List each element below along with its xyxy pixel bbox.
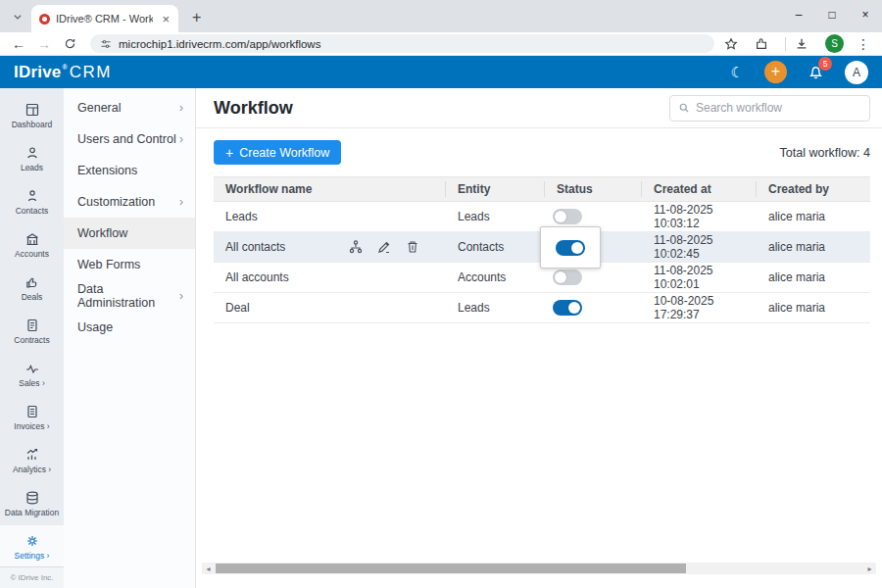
menu-item-label: Extensions (77, 164, 137, 177)
column-header-entity: Entity (446, 181, 545, 197)
sidebar-item-invoices[interactable]: Invoices › (0, 396, 64, 439)
copyright-text: © IDrive Inc. (0, 566, 64, 588)
plus-icon: + (225, 145, 233, 161)
chevron-right-icon: › (179, 132, 183, 146)
user-avatar[interactable]: A (845, 61, 868, 84)
browser-tab[interactable]: IDrive® CRM - Workflow × (31, 5, 178, 32)
menu-item-label: Users and Control (77, 132, 176, 146)
idrive-crm-logo: IDrive®CRM (14, 63, 112, 82)
sidebar-item-label: Settings › (15, 551, 50, 561)
navbar-right: S ⋮ (724, 34, 874, 53)
menu-item-usage[interactable]: Usage (64, 312, 195, 343)
sidebar-item-settings[interactable]: Settings › (0, 525, 64, 568)
settings-icon (24, 533, 40, 549)
cell-created-by: alice maria (757, 202, 870, 231)
edit-icon[interactable] (376, 239, 392, 255)
browser-menu-icon[interactable]: ⋮ (853, 36, 874, 52)
notifications-bell-icon[interactable]: 5 (808, 64, 824, 80)
search-box[interactable] (669, 95, 870, 122)
main-content: Workflow + Create Workflow Total workflo… (196, 88, 882, 588)
sales-icon (24, 361, 40, 376)
accounts-icon (24, 231, 40, 247)
sidebar-item-label: Contracts (14, 335, 49, 345)
create-workflow-label: Create Workflow (239, 146, 329, 160)
bookmark-star-icon[interactable] (724, 37, 746, 51)
extensions-icon[interactable] (755, 37, 776, 51)
minimize-button[interactable]: – (782, 0, 815, 29)
status-toggle[interactable] (556, 240, 585, 256)
toggle-highlight-box (540, 226, 601, 269)
menu-item-users-and-control[interactable]: Users and Control› (64, 123, 195, 155)
workflow-table: Workflow nameEntityStatusCreated atCreat… (214, 176, 870, 323)
site-info-icon[interactable] (100, 38, 112, 50)
scrollbar-thumb[interactable] (216, 564, 686, 573)
dark-mode-moon-icon[interactable]: ☾ (731, 64, 744, 81)
menu-item-workflow[interactable]: Workflow (64, 218, 195, 249)
status-toggle[interactable] (553, 209, 582, 224)
quick-create-button[interactable]: + (764, 61, 787, 83)
sidebar-item-label: Invoices › (14, 421, 49, 431)
table-row[interactable]: DealLeads10-08-2025 17:29:37alice maria (214, 293, 870, 323)
menu-item-extensions[interactable]: Extensions (64, 155, 195, 186)
invoices-icon (24, 404, 40, 419)
tab-close-icon[interactable]: × (159, 12, 172, 26)
hierarchy-icon[interactable] (348, 239, 364, 255)
browser-navbar: ← → microchip1.idrivecrm.com/app/workflo… (0, 32, 882, 56)
cell-created-at: 11-08-2025 10:02:01 (642, 263, 757, 292)
sidebar-item-analytics[interactable]: Analytics › (0, 439, 64, 482)
column-header-created-at: Created at (642, 181, 757, 197)
sidebar-item-label: Dashboard (12, 120, 53, 129)
back-icon[interactable]: ← (8, 36, 29, 52)
close-button[interactable]: × (849, 0, 882, 29)
sidebar-item-contracts[interactable]: Contracts (0, 310, 64, 353)
total-workflow-count: Total workflow: 4 (780, 146, 870, 160)
search-icon (678, 102, 690, 114)
create-workflow-button[interactable]: + Create Workflow (214, 140, 341, 165)
maximize-button[interactable]: □ (815, 0, 849, 29)
scroll-right-icon[interactable]: ▸ (865, 564, 874, 573)
idrive-favicon-icon (39, 14, 50, 24)
menu-item-data-administration[interactable]: Data Administration› (64, 280, 195, 312)
status-toggle[interactable] (553, 270, 582, 285)
contracts-icon (24, 318, 40, 333)
browser-profile-avatar[interactable]: S (825, 34, 844, 53)
horizontal-scrollbar[interactable]: ◂ ▸ (202, 563, 876, 574)
column-header-status: Status (545, 181, 642, 197)
status-toggle[interactable] (553, 300, 582, 316)
url-bar[interactable]: microchip1.idrivecrm.com/app/workflows (90, 34, 714, 53)
sidebar-item-label: Analytics › (13, 465, 51, 474)
cell-entity: Leads (446, 293, 545, 322)
table-row[interactable]: All contactsContacts11-08-2025 10:02:45a… (214, 232, 870, 263)
menu-item-general[interactable]: General› (64, 92, 195, 123)
delete-icon[interactable] (405, 239, 420, 255)
menu-item-label: General (77, 101, 121, 115)
reload-icon[interactable] (59, 37, 80, 50)
cell-entity: Accounts (446, 263, 545, 292)
tab-list-chevron-icon[interactable] (6, 6, 29, 27)
sidebar-item-accounts[interactable]: Accounts (0, 223, 64, 267)
tab-title: IDrive® CRM - Workflow (56, 13, 153, 24)
menu-item-web-forms[interactable]: Web Forms (64, 249, 195, 280)
cell-status (545, 232, 642, 262)
menu-item-label: Customization (77, 195, 155, 209)
cell-created-by: alice maria (757, 232, 870, 262)
scroll-left-icon[interactable]: ◂ (204, 564, 213, 573)
cell-created-at: 10-08-2025 17:29:37 (642, 293, 757, 322)
sidebar-item-dashboard[interactable]: Dashboard (0, 94, 64, 137)
new-tab-button[interactable]: + (186, 9, 207, 26)
download-icon[interactable] (795, 37, 816, 51)
menu-item-customization[interactable]: Customization› (64, 186, 195, 218)
browser-tab-strip: IDrive® CRM - Workflow × + – □ × (0, 0, 882, 32)
column-header-created-by: Created by (757, 181, 870, 197)
cell-entity: Leads (446, 202, 545, 231)
forward-icon[interactable]: → (33, 36, 55, 52)
sidebar-item-leads[interactable]: Leads (0, 137, 64, 180)
sidebar-item-data-migration[interactable]: Data Migration (0, 482, 64, 525)
cell-workflow-name: Leads (214, 202, 446, 231)
sidebar-item-label: Deals (22, 292, 43, 302)
cell-workflow-name: All accounts (214, 263, 446, 292)
sidebar-item-deals[interactable]: Deals (0, 267, 64, 310)
search-input[interactable] (696, 101, 861, 115)
sidebar-item-contacts[interactable]: Contacts (0, 180, 64, 223)
sidebar-item-sales[interactable]: Sales › (0, 353, 64, 396)
